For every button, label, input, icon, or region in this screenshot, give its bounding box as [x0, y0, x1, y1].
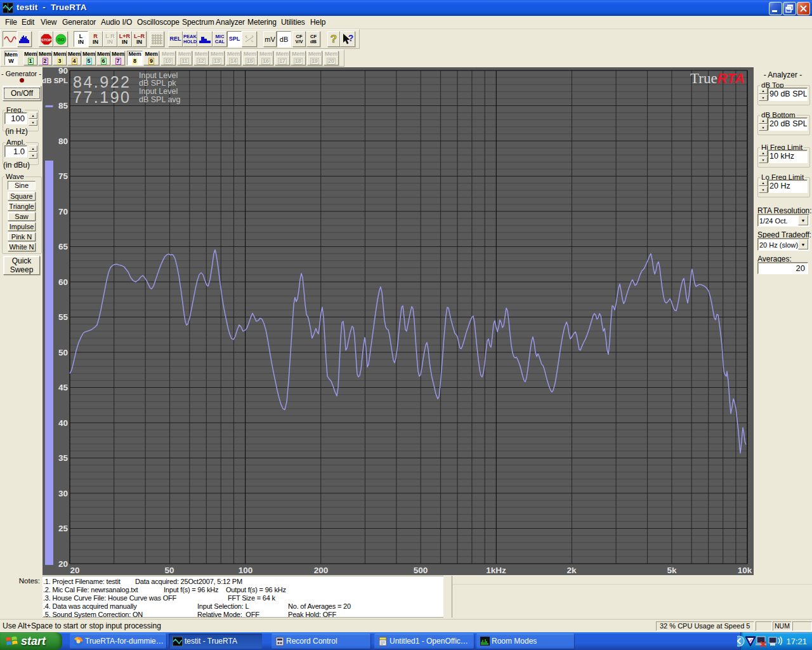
svg-text:2k: 2k	[566, 566, 577, 575]
svg-text:Input Level: Input Level	[139, 87, 178, 96]
svg-text:100: 100	[239, 566, 253, 575]
svg-text:45: 45	[58, 383, 69, 392]
svg-text:70: 70	[58, 207, 68, 216]
svg-text:40: 40	[58, 418, 68, 428]
svg-text:77.190: 77.190	[73, 88, 131, 106]
svg-text:65: 65	[58, 242, 69, 251]
svg-text:50: 50	[164, 566, 174, 575]
svg-text:GO: GO	[57, 37, 64, 42]
svg-text:35: 35	[58, 453, 69, 463]
svg-text:20: 20	[70, 566, 79, 575]
svg-text:75: 75	[58, 171, 69, 181]
svg-text:20: 20	[58, 559, 68, 569]
svg-text:85: 85	[58, 101, 69, 110]
svg-text:10k: 10k	[738, 566, 752, 575]
svg-text:55: 55	[58, 312, 69, 322]
svg-text:80: 80	[58, 136, 68, 146]
svg-text:TrueRTA: TrueRTA	[690, 70, 745, 86]
svg-text:dB SPL: dB SPL	[43, 77, 68, 84]
svg-text:dB SPL avg: dB SPL avg	[139, 95, 181, 104]
svg-text:200: 200	[314, 566, 329, 575]
svg-text:5k: 5k	[667, 566, 677, 575]
svg-text:?: ?	[330, 33, 336, 45]
svg-text:?: ?	[348, 33, 354, 43]
svg-text:500: 500	[414, 566, 428, 575]
svg-text:STOP: STOP	[41, 38, 51, 42]
svg-text:1kHz: 1kHz	[486, 566, 506, 575]
svg-text:30: 30	[58, 489, 68, 498]
svg-text:60: 60	[58, 277, 68, 287]
svg-text:25: 25	[58, 524, 69, 533]
svg-text:50: 50	[58, 348, 68, 357]
svg-text:90: 90	[58, 67, 68, 76]
